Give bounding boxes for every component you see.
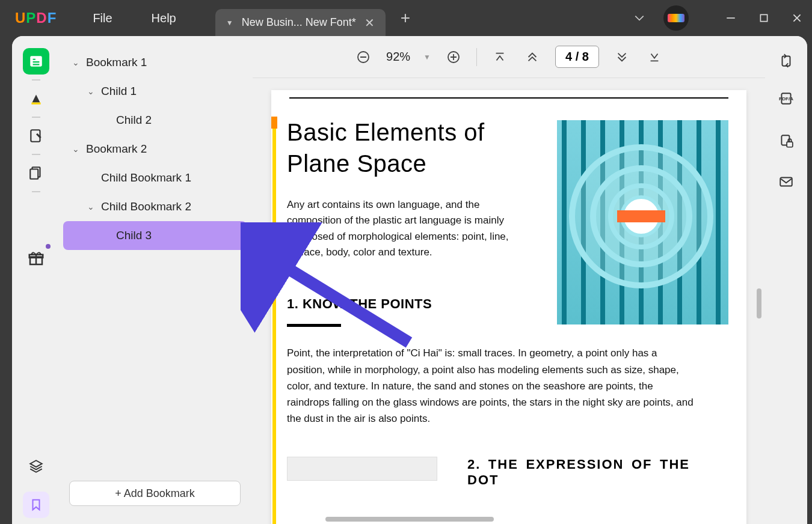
bookmark-item-selected[interactable]: Child 3 (63, 221, 247, 250)
tab-close-icon[interactable]: ✕ (364, 16, 375, 30)
add-tab-button[interactable]: + (401, 8, 410, 28)
notification-dot-icon (46, 244, 51, 249)
pdfa-label: PDF/A (779, 97, 793, 102)
lock-icon[interactable] (777, 132, 796, 151)
svg-rect-24 (780, 178, 792, 186)
toolbar-separator (476, 48, 477, 66)
rail-separator (32, 154, 40, 155)
ai-assistant-icon[interactable] (663, 5, 689, 31)
app-body: ⌄ Bookmark 1 ⌄ Child 1 Child 2 ⌄ Bookmar… (12, 36, 807, 524)
bookmark-item[interactable]: ⌄ Child 1 (63, 77, 247, 106)
bookmark-label: Child 2 (116, 114, 152, 127)
rail-separator (32, 191, 40, 192)
maximize-button[interactable] (755, 9, 773, 27)
tab-title: New Busin... New Font* (242, 16, 356, 29)
svg-rect-9 (30, 169, 38, 179)
svg-rect-20 (783, 56, 790, 66)
edit-tool-icon[interactable] (23, 123, 49, 149)
next-page-button[interactable] (612, 47, 632, 67)
app-logo: UPDF (15, 10, 57, 26)
mail-icon[interactable] (777, 172, 796, 191)
title-bar: UPDF File Help ▼ New Busin... New Font* … (0, 0, 812, 36)
page-figure (557, 120, 728, 324)
section-paragraph: Point, the interpretation of "Ci Hai" is… (287, 345, 696, 427)
page-heading: Basic Elements of Plane Space (287, 117, 534, 179)
page-intro-text: Any art contains its own language, and t… (287, 197, 515, 260)
pages-tool-icon[interactable] (23, 160, 49, 186)
chevron-down-icon[interactable]: ⌄ (69, 144, 82, 154)
document-tab[interactable]: ▼ New Busin... New Font* ✕ (215, 9, 386, 36)
bookmark-label: Child 1 (101, 85, 137, 98)
pdfa-icon[interactable]: PDF/A (777, 91, 796, 111)
svg-rect-1 (760, 14, 767, 21)
bookmark-panel: ⌄ Bookmark 1 ⌄ Child 1 Child 2 ⌄ Bookmar… (60, 36, 253, 524)
first-page-button[interactable] (490, 47, 509, 67)
window-options-icon[interactable] (630, 9, 648, 27)
bookmark-item[interactable]: Child 2 (63, 106, 247, 135)
bottom-handle (325, 517, 494, 522)
menu-help[interactable]: Help (152, 11, 176, 25)
zoom-out-button[interactable] (354, 47, 373, 67)
document-toolbar: 92% ▼ 4 / 8 (253, 36, 765, 78)
chevron-down-icon[interactable]: ⌄ (84, 87, 97, 96)
rail-separator (32, 79, 40, 81)
gift-icon[interactable] (23, 245, 49, 272)
rail-separator (32, 117, 40, 118)
bookmark-panel-icon[interactable] (23, 492, 49, 518)
chevron-down-icon[interactable]: ⌄ (69, 58, 82, 67)
layers-icon[interactable] (23, 453, 49, 480)
bookmark-item[interactable]: Child Bookmark 1 (63, 163, 247, 192)
section-heading: 2. THE EXPRESSION OF THE DOT (467, 457, 690, 488)
zoom-in-button[interactable] (444, 47, 463, 67)
close-window-button[interactable] (788, 9, 806, 27)
bookmark-label: Child 3 (116, 229, 152, 242)
section-rule (287, 324, 341, 327)
zoom-level: 92% (386, 50, 410, 64)
highlight-tool-icon[interactable] (23, 85, 49, 112)
chevron-down-icon[interactable]: ⌄ (84, 202, 97, 212)
right-rail: PDF/A (765, 36, 807, 524)
reader-mode-icon[interactable] (23, 48, 49, 75)
prev-page-button[interactable] (523, 47, 542, 67)
bookmark-item[interactable]: ⌄ Bookmark 2 (63, 135, 247, 163)
bookmark-tree: ⌄ Bookmark 1 ⌄ Child 1 Child 2 ⌄ Bookmar… (63, 48, 247, 475)
rotate-icon[interactable] (777, 51, 796, 70)
page-indicator[interactable]: 4 / 8 (555, 46, 599, 68)
zoom-dropdown-icon[interactable]: ▼ (423, 53, 431, 61)
page: Basic Elements of Plane Space Any art co… (271, 90, 746, 524)
bookmark-label: Bookmark 2 (86, 142, 147, 156)
document-viewport[interactable]: Basic Elements of Plane Space Any art co… (253, 78, 765, 524)
bookmark-item[interactable]: ⌄ Bookmark 1 (63, 48, 247, 77)
document-area: 92% ▼ 4 / 8 (253, 36, 765, 524)
bookmark-label: Child Bookmark 2 (101, 200, 191, 213)
page-accent-stripe (271, 117, 277, 524)
svg-rect-23 (787, 142, 793, 147)
tab-dropdown-icon[interactable]: ▼ (226, 19, 233, 27)
left-rail (12, 36, 60, 524)
minimize-button[interactable] (722, 9, 740, 27)
bookmark-item[interactable]: ⌄ Child Bookmark 2 (63, 192, 247, 221)
add-bookmark-button[interactable]: + Add Bookmark (69, 481, 241, 506)
figure-placeholder (287, 457, 437, 481)
vertical-scrollbar[interactable] (757, 288, 761, 318)
menu-file[interactable]: File (93, 11, 112, 25)
bookmark-label: Bookmark 1 (86, 56, 147, 69)
bookmark-label: Child Bookmark 1 (101, 171, 191, 184)
last-page-button[interactable] (645, 47, 664, 67)
svg-rect-6 (31, 103, 40, 105)
